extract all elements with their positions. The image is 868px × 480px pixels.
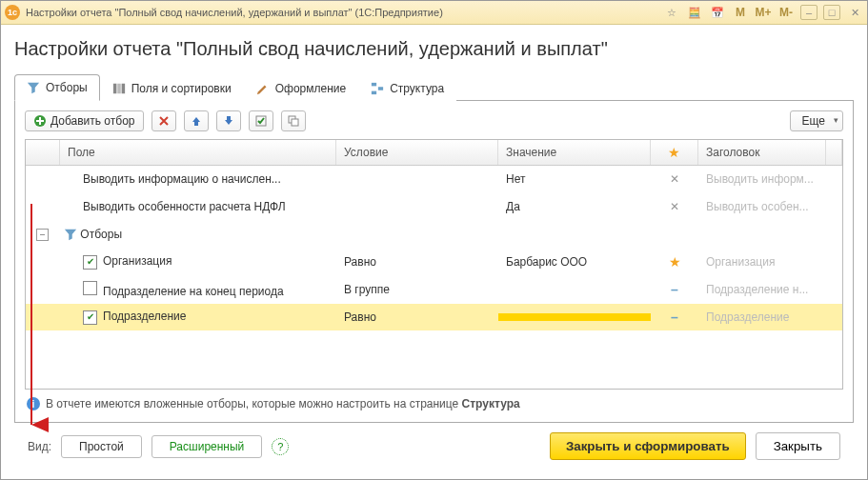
filters-grid: Поле Условие Значение ★ Заголовок Выводи… [25,139,843,390]
col-condition[interactable]: Условие [336,140,498,165]
funnel-icon [27,81,40,94]
favorite-icon[interactable]: ☆ [663,5,680,20]
svg-rect-11 [292,119,298,126]
cell-field: ✔Организация [60,250,336,273]
calendar-icon[interactable]: 📅 [709,5,726,20]
move-down-button[interactable] [216,110,241,131]
check-all-button[interactable] [249,110,273,131]
col-value[interactable]: Значение [498,140,651,165]
tab-label: Отборы [46,81,88,94]
tree-icon [371,82,384,95]
copy-button[interactable] [281,110,306,131]
x-icon [158,115,170,127]
window: 1c Настройки отчета "Полный свод начисле… [0,0,868,480]
button-label: Добавить отбор [50,114,135,128]
cell-field: Выводить особенности расчета НДФЛ [60,196,336,217]
tab-structure[interactable]: Структура [358,74,456,101]
page-title: Настройки отчета "Полный свод начислений… [14,38,854,60]
tab-filters[interactable]: Отборы [14,74,100,101]
tab-label: Поля и сортировки [131,82,232,95]
star-icon[interactable]: ★ [669,254,681,270]
svg-rect-3 [372,82,376,86]
maximize-icon[interactable]: □ [823,5,840,20]
mem-mplus[interactable]: M+ [755,5,772,20]
help-icon[interactable]: ? [272,438,289,455]
mem-m[interactable]: M [732,5,749,20]
content: Настройки отчета "Полный свод начислений… [1,25,867,479]
view-label: Вид: [28,440,51,453]
checkbox-icon[interactable] [83,281,97,295]
table-row[interactable]: Подразделение на конец периода В группе … [26,276,842,304]
checkbox-icon[interactable]: ✔ [83,255,97,270]
cell-title: Подразделение н... [698,279,842,300]
apply-close-button[interactable]: Закрыть и сформировать [550,432,746,460]
svg-rect-0 [113,83,117,93]
cell-value: Нет [498,169,651,190]
star-icon: ★ [668,145,680,160]
check-icon [255,115,267,127]
window-title: Настройки отчета "Полный свод начислений… [26,7,663,18]
col-star[interactable]: ★ [651,140,698,165]
cell-field: Отборы [60,224,336,246]
tab-panel: Добавить отбор Еще Поле Условие Значение… [14,101,854,423]
cell-field: Выводить информацию о начислен... [60,169,336,190]
cell-title: Выводить особен... [698,196,842,217]
copy-icon [288,115,299,127]
dash-icon[interactable]: – [671,310,678,325]
cell-title: Выводить информ... [698,169,842,190]
mem-mminus[interactable]: M- [777,5,795,20]
table-row-selected[interactable]: ✔Подразделение Равно – Подразделение [26,304,842,331]
minimize-icon[interactable]: – [800,5,818,20]
collapse-icon[interactable]: – [36,229,49,241]
table-row[interactable]: Выводить особенности расчета НДФЛ Да ✕ В… [26,193,842,221]
close-window-icon[interactable]: ✕ [846,5,863,20]
cell-cond: Равно [336,307,498,328]
col-pad [826,140,842,165]
cell-value: Барбарис ООО [498,251,651,272]
more-button[interactable]: Еще [790,110,843,131]
move-up-button[interactable] [184,110,209,131]
grid-header: Поле Условие Значение ★ Заголовок [26,140,842,166]
checkbox-icon[interactable]: ✔ [83,310,97,325]
tab-label: Оформление [275,82,346,95]
info-icon: i [27,397,40,410]
titlebar: 1c Настройки отчета "Полный свод начисле… [1,1,867,25]
arrow-down-icon [223,115,234,127]
cell-title: Организация [698,251,842,272]
table-row[interactable]: Выводить информацию о начислен... Нет ✕ … [26,166,842,193]
brush-icon [256,82,270,95]
svg-rect-1 [117,83,121,93]
toolbar: Добавить отбор Еще [25,110,843,131]
add-filter-button[interactable]: Добавить отбор [25,110,144,131]
col-title[interactable]: Заголовок [698,140,826,165]
cell-title: Подразделение [698,307,842,328]
cell-value [498,286,651,293]
app-icon: 1c [5,5,20,20]
view-simple-button[interactable]: Простой [61,435,142,458]
cell-cond: Равно [336,251,498,272]
table-row[interactable]: ✔Организация Равно Барбарис ООО ★ Органи… [26,249,842,276]
dash-icon[interactable]: – [671,282,678,297]
tab-appearance[interactable]: Оформление [244,74,358,101]
cell-value[interactable] [498,313,651,321]
svg-rect-5 [372,90,376,94]
tab-label: Структура [390,82,444,95]
funnel-icon [64,228,77,241]
cell-field: Подразделение на конец периода [60,277,336,302]
button-label: Еще [802,114,825,128]
plus-icon [33,114,47,128]
calc-icon[interactable]: 🧮 [686,5,703,20]
tab-fields[interactable]: Поля и сортировки [100,74,244,101]
col-field[interactable]: Поле [60,140,336,165]
info-message: i В отчете имеются вложенные отборы, кот… [25,390,843,412]
footer: Вид: Простой Расширенный ? Закрыть и сфо… [14,423,854,471]
cell-value: Да [498,196,651,217]
disabled-icon: ✕ [670,200,679,213]
close-button[interactable]: Закрыть [756,432,840,460]
disabled-icon: ✕ [670,172,679,186]
grid-body[interactable]: Выводить информацию о начислен... Нет ✕ … [26,166,842,389]
svg-rect-2 [121,83,125,93]
delete-button[interactable] [151,110,176,131]
view-advanced-button[interactable]: Расширенный [151,435,263,458]
table-row-group[interactable]: – Отборы [26,221,842,249]
